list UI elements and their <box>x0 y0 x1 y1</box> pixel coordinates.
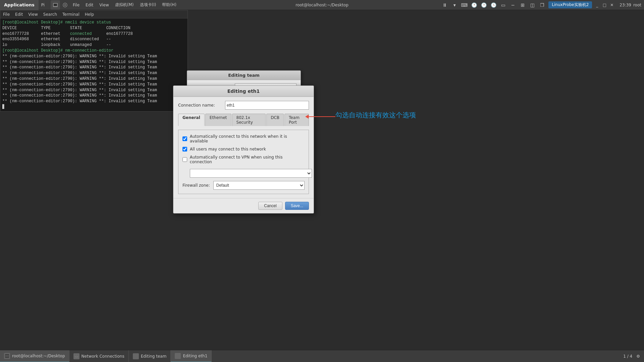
firewall-label: Firewall zone: <box>182 183 210 188</box>
window-controls: _ □ ✕ <box>594 2 615 8</box>
screen1-icon[interactable]: ▭ <box>499 1 507 9</box>
term-warning-4: ** (nm-connection-editor:2790): WARNING … <box>2 70 185 76</box>
time-display: 23:39 <box>620 3 631 7</box>
screen4-icon[interactable]: ◫ <box>528 1 537 9</box>
term-warning-8: ** (nm-connection-editor:2790): WARNING … <box>2 93 185 99</box>
taskbar-right: 1 / 4 ⚙ <box>619 354 644 359</box>
term-menu-file[interactable]: File <box>0 10 12 18</box>
eth1-conn-label: Connection name: <box>178 103 225 108</box>
taskbar-settings-icon[interactable]: ⚙ <box>636 354 640 359</box>
terminal-window: File Edit View Search Terminal Help [roo… <box>0 10 188 112</box>
taskbar-editing-team-label: Editing team <box>141 354 167 359</box>
taskbar-item-terminal[interactable]: root@localhost:~/Desktop <box>0 350 69 362</box>
menu-item-pi[interactable]: Pi <box>39 0 47 10</box>
term-menu-edit[interactable]: Edit <box>12 10 25 18</box>
tab-8021x[interactable]: 802.1x Security <box>232 114 266 126</box>
tab-ethernet[interactable]: Ethernet <box>205 114 231 126</box>
term-menu-search[interactable]: Search <box>41 10 60 18</box>
dialog-team-title: Editing team <box>187 71 301 80</box>
menu-file[interactable]: File <box>70 0 82 10</box>
pause-icon[interactable]: ⏸ <box>440 1 449 9</box>
window-title: root@localhost:~/Desktop <box>296 3 348 7</box>
editing-eth1-taskbar-icon <box>175 353 181 359</box>
annotation-text: 勾选自动连接有效这个选项 <box>335 111 416 120</box>
term-line-eno2: eno33554968 ethernet disconnected -- <box>2 37 185 42</box>
firewall-select[interactable]: Default <box>213 181 305 190</box>
svg-rect-4 <box>74 355 76 356</box>
term-cursor: ▊ <box>2 104 185 110</box>
terminal-menubar: File Edit View Search Terminal Help <box>0 10 187 18</box>
eth1-conn-input[interactable] <box>225 101 309 110</box>
tab-general[interactable]: General <box>178 114 205 126</box>
svg-rect-6 <box>77 355 78 356</box>
svg-rect-1 <box>54 4 57 6</box>
editing-team-taskbar-icon <box>133 353 139 359</box>
menu-tabs[interactable]: 选项卡(I) <box>137 0 159 10</box>
dialog-eth1-title: Editing eth1 <box>173 86 314 97</box>
vpn-label: Automatically connect to VPN when using … <box>190 155 305 164</box>
firewall-row: Firewall zone: Default <box>182 181 305 190</box>
eth1-save-button[interactable]: Save... <box>285 202 309 210</box>
term-warning-7: ** (nm-connection-editor:2790): WARNING … <box>2 87 185 93</box>
taskbar-item-editing-eth1[interactable]: Editing eth1 <box>171 350 212 362</box>
svg-rect-7 <box>134 355 135 356</box>
svg-rect-10 <box>176 355 177 356</box>
eth1-conn-name-row: Connection name: <box>178 101 309 110</box>
all-users-checkbox[interactable] <box>182 147 187 152</box>
arrow-head <box>305 115 309 119</box>
screen2-icon[interactable]: − <box>508 1 517 9</box>
taskbar-editing-eth1-label: Editing eth1 <box>183 354 207 358</box>
term-line-1: [root@localhost Desktop]# nmcli device s… <box>2 20 185 25</box>
term-line-cmd: [root@localhost Desktop]# nm-connection-… <box>2 48 185 54</box>
dialog-eth1-body: Connection name: General Ethernet 802.1x… <box>173 97 314 198</box>
term-warning-9: ** (nm-connection-editor:2790): WARNING … <box>2 99 185 104</box>
svg-rect-11 <box>177 354 178 355</box>
icon-vmware[interactable] <box>51 0 60 10</box>
eth1-cancel-button[interactable]: Cancel <box>258 202 282 210</box>
clock3-icon[interactable]: 🕒 <box>489 1 498 9</box>
menu-view[interactable]: View <box>97 0 111 10</box>
term-warning-1: ** (nm-connection-editor:2790): WARNING … <box>2 54 185 59</box>
top-bar-left: Applications Pi File Edit View 虚拟机(M) 选项… <box>0 0 179 10</box>
term-menu-terminal[interactable]: Terminal <box>60 10 82 18</box>
arrow-line <box>309 116 335 117</box>
minimize-icon[interactable]: _ <box>594 2 600 8</box>
taskbar-page-indicator: 1 / 4 <box>623 354 632 359</box>
clock1-icon[interactable]: 🕐 <box>470 1 478 9</box>
applications-menu[interactable]: Applications <box>0 0 39 10</box>
network-taskbar-icon <box>73 353 79 359</box>
eth1-tab-bar: General Ethernet 802.1x Security DCB Tea… <box>178 114 309 126</box>
term-warning-6: ** (nm-connection-editor:2790): WARNING … <box>2 82 185 87</box>
icon-vm2[interactable] <box>61 1 69 9</box>
svg-rect-9 <box>137 355 138 356</box>
terminal-taskbar-icon <box>4 353 10 359</box>
screen5-icon[interactable]: ❐ <box>538 1 546 9</box>
vpn-section: Automatically connect to VPN when using … <box>182 155 305 178</box>
term-menu-help[interactable]: Help <box>82 10 97 18</box>
tab-dcb[interactable]: DCB <box>266 114 284 126</box>
bottom-bar: root@localhost:~/Desktop Network Connect… <box>0 350 644 362</box>
taskbar-item-network[interactable]: Network Connections <box>69 350 129 362</box>
close-icon[interactable]: ✕ <box>609 2 615 8</box>
clock2-icon[interactable]: 🕑 <box>479 1 488 9</box>
term-menu-view[interactable]: View <box>25 10 40 18</box>
term-warning-3: ** (nm-connection-editor:2790): WARNING … <box>2 65 185 70</box>
tab-content-general: Automatically connect to this network wh… <box>178 130 309 194</box>
maximize-icon[interactable]: □ <box>601 2 607 8</box>
top-bar: Applications Pi File Edit View 虚拟机(M) 选项… <box>0 0 644 10</box>
dialog-eth1-buttons: Cancel Save... <box>173 198 314 213</box>
screen3-icon[interactable]: ⊞ <box>518 1 527 9</box>
menu-help[interactable]: 帮助(H) <box>159 0 179 10</box>
auto-connect-checkbox[interactable] <box>182 136 187 141</box>
send-ctrl-icon[interactable]: ⌨ <box>460 1 469 9</box>
menu-edit[interactable]: Edit <box>83 0 96 10</box>
taskbar-item-editing-team[interactable]: Editing team <box>129 350 171 362</box>
annotation-arrow <box>305 115 335 119</box>
auto-connect-label: Automatically connect to this network wh… <box>190 134 305 143</box>
vpn-checkbox[interactable] <box>182 157 187 162</box>
vpn-select[interactable] <box>190 169 312 178</box>
menu-vmmachine[interactable]: 虚拟机(M) <box>112 0 137 10</box>
vm-toolbar: File Edit View 虚拟机(M) 选项卡(I) 帮助(H) <box>51 0 179 10</box>
all-users-label: All users may connect to this network <box>190 147 266 152</box>
dropdown-icon[interactable]: ▾ <box>450 1 459 9</box>
